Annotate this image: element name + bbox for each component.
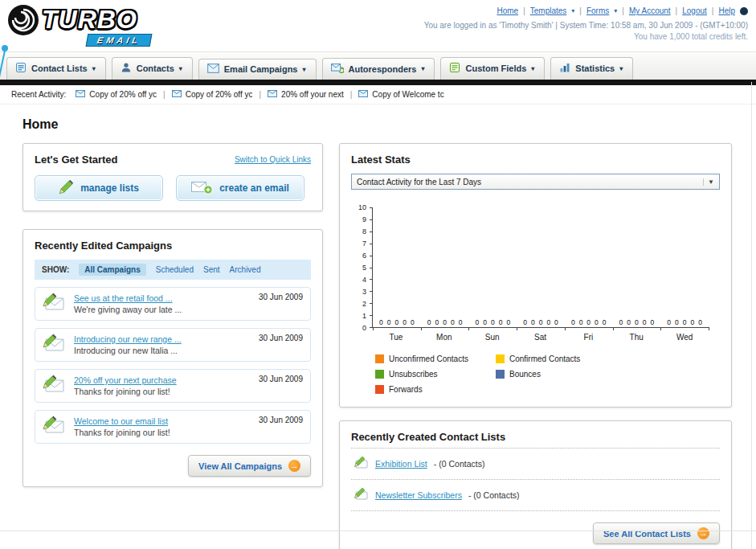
main-content: Home Let's Get Started Switch to Quick L…	[0, 104, 756, 549]
campaign-date: 30 Jun 2009	[259, 375, 303, 383]
right-edge-divider	[751, 82, 752, 549]
envelope-pencil-icon	[43, 416, 67, 438]
login-info: You are logged in as 'Timothy Smith' | S…	[424, 21, 748, 30]
y-tick-label: 8	[362, 227, 366, 236]
chevron-down-icon: ▾	[92, 65, 96, 72]
tab-custom-fields[interactable]: Custom Fields ▾	[440, 57, 545, 80]
y-tick-label: 3	[362, 288, 366, 296]
manage-lists-button[interactable]: manage lists	[35, 175, 163, 201]
app-page: TURBO EMAIL Home | Templates ▾ | Forms ▾…	[0, 0, 756, 549]
activity-item-text: Copy of 20% off yc	[89, 90, 157, 99]
stats-view-selected: Contact Activity for the Last 7 Days	[357, 178, 481, 186]
custom-fields-icon	[449, 62, 460, 75]
campaign-row[interactable]: 20% off your next purchase Thanks for jo…	[35, 369, 311, 403]
campaign-row[interactable]: See us at the retail food ... We're givi…	[35, 287, 311, 321]
tab-label: Autoresponders	[349, 64, 417, 74]
x-tick-label: Thu	[612, 333, 660, 342]
recent-activity-item[interactable]: Copy of Welcome tc	[358, 90, 443, 99]
contact-list-link[interactable]: Exhibition List	[375, 459, 427, 469]
nav-home-link[interactable]: Home	[497, 6, 518, 15]
y-tick-label: 4	[362, 276, 366, 284]
nav-help-link[interactable]: Help	[718, 6, 735, 15]
campaign-title-link[interactable]: Introducing our new range ...	[74, 334, 251, 344]
tab-autoresponders[interactable]: Autoresponders ▾	[322, 58, 435, 80]
y-tick-label: 5	[362, 264, 366, 272]
filter-archived[interactable]: Archived	[230, 265, 261, 274]
separator: |	[259, 90, 261, 99]
campaign-subtitle: Thanks for joining our list!	[74, 428, 251, 437]
email-campaigns-icon	[207, 64, 219, 75]
campaign-row[interactable]: Welcome to our email list Thanks for joi…	[35, 410, 311, 444]
activity-item-text: Copy of Welcome tc	[372, 90, 443, 99]
contact-list-link[interactable]: Newsletter Subscribers	[375, 490, 462, 500]
tab-contact-lists[interactable]: Contact Lists ▾	[6, 57, 106, 80]
campaign-title-link[interactable]: Welcome to our email list	[74, 416, 251, 426]
separator: |	[622, 6, 624, 15]
x-tick-label: Wed	[660, 333, 709, 342]
see-all-contact-lists-button[interactable]: See All Contact Lists →	[593, 522, 720, 544]
campaign-title-link[interactable]: 20% off your next purchase	[74, 375, 251, 385]
recent-activity-item[interactable]: Copy of 20% off yc	[172, 90, 253, 99]
chart-day-values: 00000	[421, 318, 469, 326]
switch-quick-links-link[interactable]: Switch to Quick Links	[235, 155, 311, 164]
chart-plot-area: 00000000000000000000000000000000000	[372, 207, 709, 328]
y-tick-label: 0	[362, 324, 366, 332]
chevron-down-icon: ▾	[421, 65, 424, 72]
recently-created-contact-lists-panel: Recently Created Contact Lists Exhibitio…	[339, 420, 732, 549]
campaign-title-link[interactable]: See us at the retail food ...	[74, 293, 251, 303]
pencil-list-icon	[353, 456, 369, 472]
stats-view-dropdown[interactable]: Contact Activity for the Last 7 Days ▼	[351, 174, 720, 190]
campaign-row[interactable]: Introducing our new range ... Introducin…	[35, 328, 311, 362]
logo-antenna-decoration	[2, 45, 8, 51]
envelope-pencil-icon	[43, 334, 67, 356]
recent-activity-item[interactable]: 20% off your next	[268, 90, 344, 99]
tab-label: Contacts	[137, 64, 174, 73]
y-tick-label: 6	[362, 252, 366, 260]
recent-activity-items: Copy of 20% off yc | Copy of 20% off yc …	[76, 90, 443, 99]
x-tick-label: Mon	[420, 333, 468, 342]
contact-lists-icon	[15, 62, 27, 75]
x-tick-label: Sat	[517, 333, 565, 342]
x-tick-label: Sun	[468, 333, 517, 342]
tab-statistics[interactable]: Statistics ▾	[550, 57, 633, 80]
filter-sent[interactable]: Sent	[203, 265, 220, 274]
statistics-icon	[559, 62, 570, 75]
campaigns-panel-title: Recently Edited Campaigns	[35, 240, 311, 252]
tab-label: Contact Lists	[31, 64, 88, 73]
campaign-subtitle: We're giving away our late ...	[74, 305, 251, 314]
view-all-campaigns-button[interactable]: View All Campaigns →	[188, 455, 311, 477]
recent-activity-item[interactable]: Copy of 20% off yc	[76, 90, 157, 99]
envelope-pencil-icon	[43, 375, 67, 397]
chart-legend: Unconfirmed ContactsConfirmed ContactsUn…	[375, 354, 720, 394]
chart-day-values: 00000	[468, 318, 517, 326]
contact-list-row[interactable]: Exhibition List - (0 Contacts)	[351, 448, 720, 480]
credits-info: You have 1,000 total credits left.	[424, 32, 748, 41]
nav-templates-link[interactable]: Templates	[530, 6, 567, 15]
main-nav-tabs: Contact Lists ▾ Contacts ▾ Email Campaig…	[0, 51, 756, 80]
contact-lists-title: Recently Created Contact Lists	[351, 431, 720, 443]
autoresponders-icon	[331, 63, 344, 75]
filter-scheduled[interactable]: Scheduled	[156, 265, 194, 274]
chart-day-values: 00000	[660, 318, 709, 326]
create-email-button[interactable]: create an email	[176, 175, 304, 201]
help-bubble-icon[interactable]	[740, 7, 748, 15]
contact-list-count: - (0 Contacts)	[468, 490, 520, 500]
y-tick-label: 2	[362, 300, 366, 308]
top-nav: Home | Templates ▾ | Forms ▾ | My Accoun…	[424, 6, 748, 15]
contact-list-row[interactable]: Newsletter Subscribers - (0 Contacts)	[351, 480, 720, 511]
y-tick-label: 9	[362, 215, 366, 223]
filter-all-campaigns[interactable]: All Campaigns	[79, 264, 145, 276]
nav-logout-link[interactable]: Logout	[682, 6, 707, 15]
recent-activity-label: Recent Activity:	[11, 90, 66, 99]
campaign-date: 30 Jun 2009	[259, 293, 303, 301]
chart-day-values: 00000	[565, 318, 613, 326]
nav-forms-link[interactable]: Forms	[586, 6, 609, 15]
legend-swatch	[375, 385, 384, 394]
chart-day-values: 00000	[517, 318, 565, 326]
nav-my-account-link[interactable]: My Account	[629, 6, 671, 15]
page-title: Home	[22, 117, 734, 132]
tab-contacts[interactable]: Contacts ▾	[112, 57, 193, 80]
recent-activity-bar: Recent Activity: Copy of 20% off yc | Co…	[0, 85, 756, 104]
separator: |	[712, 6, 714, 15]
tab-email-campaigns[interactable]: Email Campaigns ▾	[198, 59, 317, 80]
